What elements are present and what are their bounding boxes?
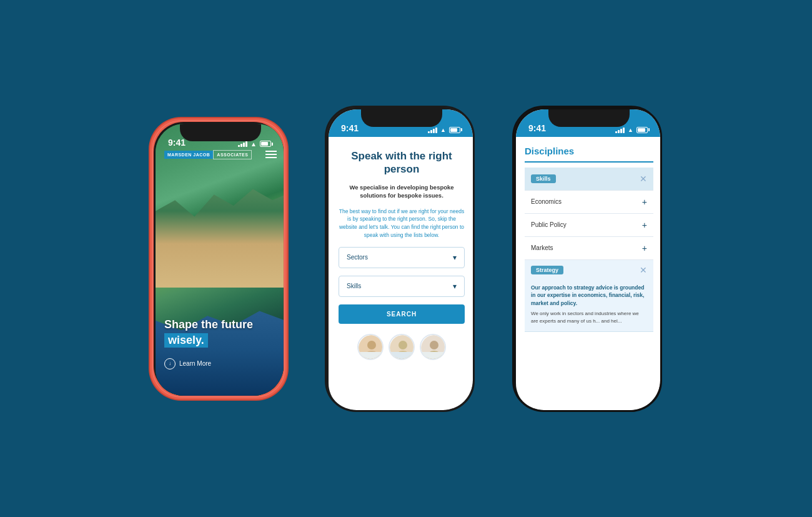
time-3: 9:41 [528,123,546,133]
phone2-content: Speak with the right person We specialis… [329,137,473,410]
phone1-hero: Shape the future wisely. [164,318,253,348]
notch-1 [180,124,261,141]
learn-more-label: Learn More [179,360,211,367]
svg-rect-3 [359,352,384,360]
sectors-arrow: ▾ [453,253,457,262]
disc-item-skills[interactable]: Skills ✕ [525,168,653,191]
sectors-label: Sectors [347,254,368,261]
signal-icon-1 [238,141,247,147]
strategy-close-icon[interactable]: ✕ [640,265,647,275]
hero-title-line1: Shape the future [164,318,253,332]
disc-item-public-policy[interactable]: Public Policy + [525,214,653,237]
disc-item-markets[interactable]: Markets + [525,237,653,260]
phone2-subtitle: We specialise in developing bespoke solu… [339,183,465,200]
svg-point-1 [367,341,376,349]
sectors-dropdown[interactable]: Sectors ▾ [339,247,465,268]
battery-icon-2 [449,127,462,133]
learn-more-icon: ↓ [164,358,176,369]
skills-label: Skills [347,283,361,289]
disc-item-economics[interactable]: Economics + [525,191,653,214]
strategy-description: Our approach to strategy advice is groun… [531,284,647,308]
disciplines-title: Disciplines [525,146,653,156]
public-policy-label: Public Policy [531,221,567,228]
time-1: 9:41 [168,138,186,148]
status-icons-3: ▲ [615,127,650,133]
logo-blue: MARSDEN JACOB [164,151,213,159]
wifi-icon-2: ▲ [440,127,446,133]
avatars-row [339,334,465,360]
phone2-body: The best way to find out if we are right… [339,208,465,239]
avatar-3 [420,334,446,360]
notch-2 [361,109,442,127]
disc-item-strategy[interactable]: Strategy ✕ [525,260,653,278]
public-policy-expand-icon[interactable]: + [642,220,647,230]
svg-rect-7 [390,352,415,360]
notch-3 [548,109,630,127]
strategy-expanded-content: Our approach to strategy advice is groun… [525,278,653,332]
svg-point-5 [399,341,407,349]
svg-rect-11 [421,352,446,360]
strategy-tag: Strategy [531,266,563,274]
economics-expand-icon[interactable]: + [642,197,647,207]
signal-icon-2 [428,127,437,133]
mja-logo: MARSDEN JACOB ASSOCIATES [164,150,252,159]
disciplines-divider [525,161,653,163]
phone2-title: Speak with the right person [339,149,465,176]
phone-1: 9:41 ▲ [150,118,287,399]
phone-2: 9:41 ▲ [325,106,475,412]
wifi-icon-3: ▲ [628,127,633,133]
battery-icon-3 [636,127,650,133]
skills-arrow: ▾ [453,282,457,291]
strategy-description-2: We only work in sectors and industries w… [531,310,647,325]
svg-point-9 [430,341,438,349]
avatar-2 [389,334,415,360]
markets-expand-icon[interactable]: + [642,243,647,253]
skills-close-icon[interactable]: ✕ [640,174,647,184]
learn-more-button[interactable]: ↓ Learn More [164,358,211,369]
hero-title-highlight: wisely. [164,333,208,348]
economics-label: Economics [531,198,562,205]
battery-icon-1 [260,141,273,147]
skills-dropdown[interactable]: Skills ▾ [339,276,465,297]
status-icons-1: ▲ [238,141,273,148]
wifi-icon-1: ▲ [250,141,257,148]
phone3-content: Disciplines Skills ✕ Economics + Public … [516,137,660,410]
skills-tag: Skills [531,174,556,183]
markets-label: Markets [531,244,553,251]
search-button[interactable]: SEARCH [339,304,465,324]
hamburger-menu[interactable] [265,151,277,158]
signal-icon-3 [615,127,625,133]
time-2: 9:41 [341,123,359,133]
phone-3: 9:41 ▲ [512,106,662,412]
logo-outline: ASSOCIATES [213,150,252,159]
status-icons-2: ▲ [428,127,462,133]
avatar-1 [357,334,384,360]
